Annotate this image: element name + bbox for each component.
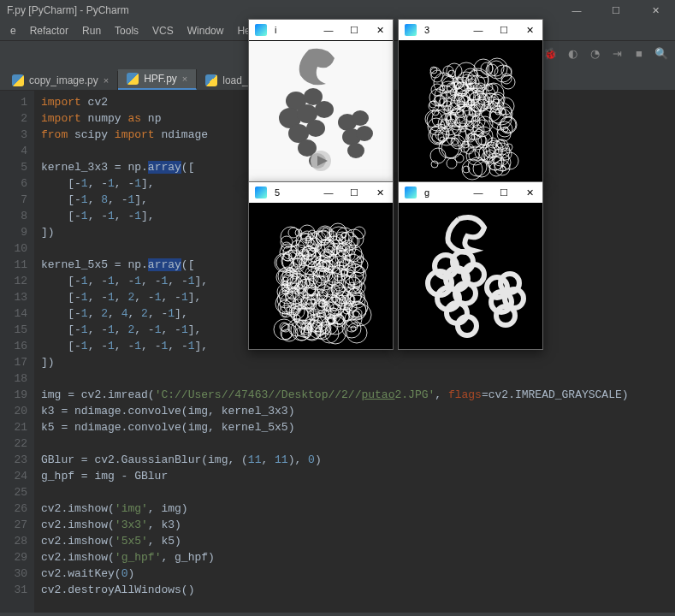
output-image — [249, 203, 393, 349]
line-number: 22 — [0, 435, 27, 452]
tab-hpf[interactable]: HPF.py × — [118, 69, 197, 90]
code-line[interactable]: GBlur = cv2.GaussianBlur(img, (11, 11), … — [41, 452, 629, 468]
window-close-button[interactable]: ✕ — [517, 20, 542, 40]
svg-point-6 — [306, 120, 325, 137]
tab-label: HPF.py — [144, 73, 177, 85]
output-window-title: 3 — [423, 25, 465, 35]
svg-point-12 — [356, 126, 373, 141]
window-titlebar: F.py [PyCharm] - PyCharm — ☐ ✕ — [0, 0, 675, 21]
python-file-icon — [205, 74, 217, 86]
line-number: 13 — [0, 289, 27, 305]
line-number: 6 — [0, 175, 27, 192]
svg-point-10 — [352, 110, 369, 126]
output-image — [399, 203, 542, 349]
menu-run[interactable]: Run — [75, 23, 108, 38]
line-number: 1 — [0, 94, 27, 110]
close-icon[interactable]: × — [182, 74, 187, 84]
menu-refactor[interactable]: Refactor — [23, 23, 75, 38]
code-line[interactable]: ]) — [41, 354, 629, 370]
window-minimize-button[interactable]: — — [557, 0, 596, 21]
cv2-output-window[interactable]: i — ☐ ✕ — [248, 19, 394, 183]
window-minimize-button[interactable]: — — [316, 182, 341, 203]
search-icon[interactable]: 🔍 — [653, 44, 670, 62]
line-number: 8 — [0, 208, 27, 224]
menu-file[interactable]: e — [3, 23, 23, 38]
cv2-output-window[interactable]: 5 — ☐ ✕ — [248, 181, 394, 350]
window-title: F.py [PyCharm] - PyCharm — [7, 4, 129, 16]
window-maximize-button[interactable]: ☐ — [341, 182, 367, 203]
line-number: 26 — [0, 500, 27, 517]
code-line[interactable]: cv2.waitKey(0) — [41, 566, 629, 582]
line-number: 14 — [0, 305, 27, 322]
tab-copy-image[interactable]: copy_image.py × — [3, 71, 118, 90]
window-maximize-button[interactable]: ☐ — [341, 20, 367, 40]
line-number: 30 — [0, 566, 27, 582]
tab-label: copy_image.py — [29, 74, 98, 86]
code-line[interactable]: cv2.imshow('5x5', k5) — [41, 533, 629, 549]
svg-point-65 — [431, 161, 438, 168]
line-number: 25 — [0, 484, 27, 500]
output-window-titlebar[interactable]: 3 — ☐ ✕ — [399, 20, 542, 40]
svg-point-313 — [351, 326, 356, 331]
window-maximize-button[interactable]: ☐ — [491, 182, 517, 203]
svg-point-4 — [315, 101, 334, 118]
close-icon[interactable]: × — [104, 75, 109, 86]
output-window-titlebar[interactable]: i — ☐ ✕ — [249, 20, 393, 40]
output-window-title: g — [423, 187, 465, 198]
code-line[interactable]: k5 = ndimage.convolve(img, kernel_5x5) — [41, 419, 629, 435]
window-close-button[interactable]: ✕ — [636, 0, 675, 21]
profile-icon[interactable]: ◔ — [586, 44, 603, 62]
window-minimize-button[interactable]: — — [465, 182, 491, 203]
output-window-titlebar[interactable]: g — ☐ ✕ — [399, 182, 542, 203]
window-close-button[interactable]: ✕ — [517, 182, 542, 203]
line-number: 5 — [0, 159, 27, 175]
debug-icon[interactable]: 🐞 — [542, 44, 559, 62]
svg-point-190 — [430, 148, 446, 163]
line-number: 16 — [0, 338, 27, 354]
line-number: 9 — [0, 224, 27, 240]
window-close-button[interactable]: ✕ — [367, 182, 393, 203]
output-window-titlebar[interactable]: 5 — ☐ ✕ — [249, 182, 393, 203]
svg-point-157 — [431, 70, 443, 82]
svg-point-79 — [462, 159, 483, 180]
line-number: 15 — [0, 322, 27, 338]
code-line[interactable] — [41, 484, 629, 500]
window-close-button[interactable]: ✕ — [367, 20, 393, 40]
cv2-output-window[interactable]: g — ☐ ✕ — [398, 181, 543, 350]
menu-window[interactable]: Window — [181, 23, 231, 38]
window-maximize-button[interactable]: ☐ — [596, 0, 636, 21]
window-minimize-button[interactable]: — — [465, 20, 491, 40]
cv2-output-window[interactable]: 3 — ☐ ✕ — [398, 19, 543, 183]
code-line[interactable]: cv2.imshow('g_hpf', g_hpf) — [41, 549, 629, 566]
menu-tools[interactable]: Tools — [108, 23, 145, 38]
svg-point-373 — [288, 228, 299, 238]
code-line[interactable]: cv2.imshow('3x3', k3) — [41, 517, 629, 533]
code-line[interactable] — [41, 435, 629, 452]
code-line[interactable]: k3 = ndimage.convolve(img, kernel_3x3) — [41, 403, 629, 419]
line-number: 3 — [0, 127, 27, 143]
stop-icon[interactable]: ■ — [631, 44, 648, 62]
svg-point-13 — [347, 143, 364, 158]
output-image — [249, 40, 393, 182]
output-window-title: 5 — [273, 187, 316, 198]
code-line[interactable]: cv2.destroyAllWindows() — [41, 582, 629, 598]
line-number: 29 — [0, 549, 27, 566]
svg-point-130 — [439, 138, 459, 158]
line-number: 24 — [0, 468, 27, 484]
coverage-icon[interactable]: ◐ — [564, 44, 581, 62]
code-line[interactable]: g_hpf = img - GBlur — [41, 468, 629, 484]
line-number: 27 — [0, 517, 27, 533]
menu-vcs[interactable]: VCS — [145, 23, 181, 38]
window-maximize-button[interactable]: ☐ — [491, 20, 517, 40]
attach-icon[interactable]: ⇥ — [608, 44, 625, 62]
code-line[interactable]: cv2.imshow('img', img) — [41, 500, 629, 517]
code-line[interactable]: img = cv2.imread('C://Users//47463//Desk… — [41, 387, 629, 403]
line-number-gutter: 1234567891011121314151617181920212223242… — [0, 91, 34, 613]
svg-point-131 — [501, 66, 512, 76]
line-number: 11 — [0, 257, 27, 273]
svg-point-214 — [353, 309, 362, 317]
code-line[interactable] — [41, 370, 629, 387]
window-minimize-button[interactable]: — — [316, 20, 341, 40]
line-number: 23 — [0, 452, 27, 468]
line-number: 21 — [0, 419, 27, 435]
